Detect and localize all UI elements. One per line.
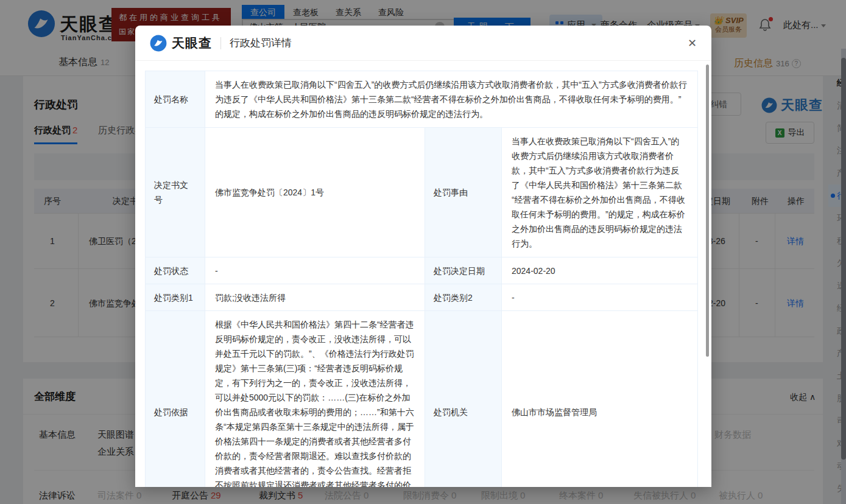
modal-header: 天眼查 行政处罚详情 ✕ [135,26,711,61]
field-label-category1: 处罚类别1 [145,284,205,311]
field-value-doc-no: 佛市监竞争处罚〔2024〕1号 [205,128,425,257]
modal-title: 行政处罚详情 [230,36,292,50]
field-label-decision-date: 处罚决定日期 [425,257,502,284]
close-icon[interactable]: ✕ [688,38,697,49]
field-label-doc-no: 决定书文号 [145,128,205,257]
modal-scrollbar-thumb[interactable] [706,65,709,357]
detail-row-name: 处罚名称 当事人在收费政策已取消角以下“四舍五入”的收费方式后仍继续沿用该方式收… [145,71,700,128]
detail-row-status-date: 处罚状态 - 处罚决定日期 2024-02-20 [145,257,700,284]
divider [220,37,221,49]
field-value-reason: 当事人在收费政策已取消角以下“四舍五入”的收费方式后仍继续沿用该方式收取消费者价… [502,128,698,257]
field-label-status: 处罚状态 [145,257,205,284]
detail-row-basis-authority: 处罚依据 根据《中华人民共和国价格法》第四十二条“经营者违反明码标价规定的，责令… [145,311,700,487]
field-value-category2: - [502,284,698,311]
tianyancha-logo-icon [150,35,167,52]
field-value-status: - [205,257,425,284]
penalty-detail-table: 处罚名称 当事人在收费政策已取消角以下“四舍五入”的收费方式后仍继续沿用该方式收… [145,71,700,487]
field-label-category2: 处罚类别2 [425,284,502,311]
field-label-basis: 处罚依据 [145,311,205,487]
field-value-penalty-name: 当事人在收费政策已取消角以下“四舍五入”的收费方式后仍继续沿用该方式收取消费者价… [205,71,698,128]
field-value-basis: 根据《中华人民共和国价格法》第四十二条“经营者违反明码标价规定的，责令改正，没收… [205,311,425,487]
field-value-category1: 罚款;没收违法所得 [205,284,425,311]
field-label-authority: 处罚机关 [425,311,502,487]
detail-row-docno-reason: 决定书文号 佛市监竞争处罚〔2024〕1号 处罚事由 当事人在收费政策已取消角以… [145,128,700,257]
field-value-decision-date: 2024-02-20 [502,257,698,284]
field-label-reason: 处罚事由 [425,128,502,257]
penalty-detail-modal: 天眼查 行政处罚详情 ✕ 处罚名称 当事人在收费政策已取消角以下“四舍五入”的收… [135,26,711,487]
detail-row-categories: 处罚类别1 罚款;没收违法所得 处罚类别2 - [145,284,700,311]
modal-body: 处罚名称 当事人在收费政策已取消角以下“四舍五入”的收费方式后仍继续沿用该方式收… [135,61,711,487]
field-value-authority: 佛山市市场监督管理局 [502,311,698,487]
field-label-penalty-name: 处罚名称 [145,71,205,128]
modal-brand: 天眼查 [172,35,212,52]
